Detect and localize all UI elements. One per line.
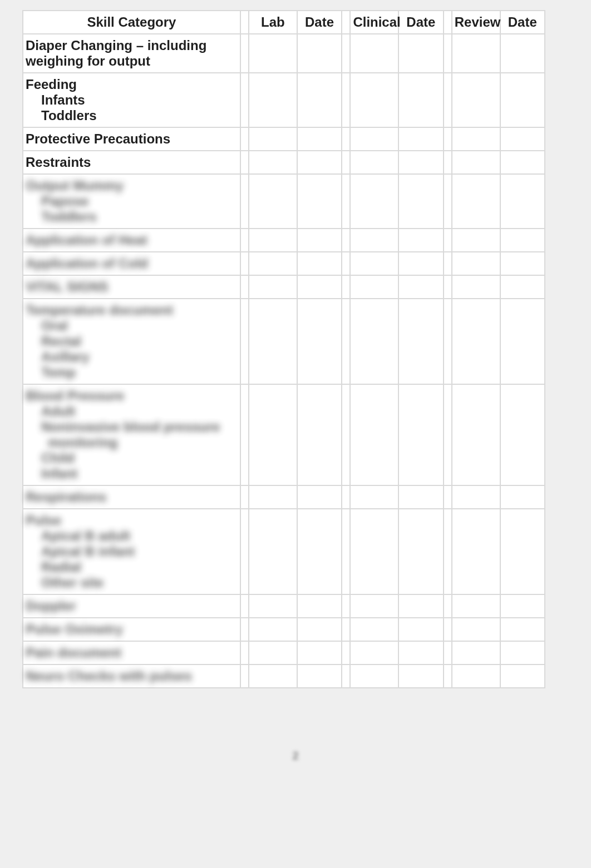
lab-cell [249, 618, 297, 641]
clinical-cell [350, 664, 398, 688]
date-cell [297, 594, 342, 618]
spacer [444, 174, 452, 229]
review-cell [452, 618, 500, 641]
clinical-cell [350, 127, 398, 151]
spacer [342, 641, 350, 664]
spacer [240, 151, 249, 174]
skill-line: Rectal [26, 334, 238, 349]
review-cell [452, 299, 500, 384]
review-cell [452, 384, 500, 485]
clinical-cell [350, 509, 398, 594]
clinical-cell [350, 275, 398, 299]
skill-cell-feeding: FeedingInfantsToddlers [23, 73, 240, 127]
spacer [240, 509, 249, 594]
date-cell [297, 174, 342, 229]
review-cell [452, 509, 500, 594]
skill-cell-application-of-cold: Application of Cold [23, 252, 240, 275]
skill-line: Oral [26, 318, 238, 334]
spacer [444, 34, 452, 73]
table-row: PulseApical B adultApical B infantRadial… [23, 509, 545, 594]
clinical-cell [350, 641, 398, 664]
skill-line: monitoring [26, 435, 238, 450]
page: Skill Category Lab Date Clinical Date Re… [0, 0, 591, 868]
date-cell [297, 275, 342, 299]
spacer [342, 252, 350, 275]
spacer [444, 384, 452, 485]
clinical-cell [350, 73, 398, 127]
skill-cell-vital-signs: VITAL SIGNS [23, 275, 240, 299]
skill-line: Infant [26, 466, 238, 482]
date-cell [500, 384, 545, 485]
date-cell [297, 664, 342, 688]
date-cell [297, 151, 342, 174]
skill-cell-diaper-changing: Diaper Changing – includingweighing for … [23, 34, 240, 73]
date-cell [398, 509, 443, 594]
spacer [342, 664, 350, 688]
skill-cell-respirations: Respirations [23, 485, 240, 509]
date-cell [297, 252, 342, 275]
header-review: Review [452, 11, 500, 34]
review-cell [452, 275, 500, 299]
lab-cell [249, 641, 297, 664]
date-cell [398, 594, 443, 618]
lab-cell [249, 485, 297, 509]
table-row: Blood PressureAdultNoninvasive blood pre… [23, 384, 545, 485]
date-cell [398, 73, 443, 127]
date-cell [398, 151, 443, 174]
skill-line: Temperature document [26, 302, 238, 318]
header-skill: Skill Category [23, 11, 240, 34]
spacer [444, 229, 452, 252]
review-cell [452, 485, 500, 509]
lab-cell [249, 151, 297, 174]
lab-cell [249, 127, 297, 151]
date-cell [297, 229, 342, 252]
spacer [444, 151, 452, 174]
skill-line: Pain document [26, 645, 238, 661]
skill-line: weighing for output [26, 53, 238, 69]
date-cell [500, 275, 545, 299]
skill-line: Doppler [26, 598, 238, 614]
skill-line: Toddlers [26, 209, 238, 225]
clinical-cell [350, 174, 398, 229]
skill-line: Adult [26, 404, 238, 419]
review-cell [452, 34, 500, 73]
spacer [240, 641, 249, 664]
date-cell [398, 641, 443, 664]
lab-cell [249, 275, 297, 299]
header-date-2: Date [398, 11, 443, 34]
lab-cell [249, 229, 297, 252]
spacer [444, 299, 452, 384]
spacer [240, 34, 249, 73]
skills-sheet: Skill Category Lab Date Clinical Date Re… [22, 10, 545, 688]
clinical-cell [350, 384, 398, 485]
spacer [342, 34, 350, 73]
clinical-cell [350, 618, 398, 641]
header-spacer [240, 11, 249, 34]
date-cell [297, 485, 342, 509]
date-cell [500, 618, 545, 641]
date-cell [500, 664, 545, 688]
date-cell [500, 299, 545, 384]
spacer [342, 229, 350, 252]
skill-line: Diaper Changing – including [26, 38, 238, 53]
date-cell [297, 299, 342, 384]
spacer [240, 384, 249, 485]
skill-cell-output-mummy: Output MummyPaposeToddlers [23, 174, 240, 229]
spacer [342, 509, 350, 594]
lab-cell [249, 594, 297, 618]
spacer [342, 151, 350, 174]
skill-line: VITAL SIGNS [26, 279, 238, 295]
spacer [444, 485, 452, 509]
date-cell [500, 73, 545, 127]
spacer [444, 618, 452, 641]
lab-cell [249, 664, 297, 688]
spacer [444, 252, 452, 275]
skill-cell-protective-precautions: Protective Precautions [23, 127, 240, 151]
spacer [240, 664, 249, 688]
skill-line: Protective Precautions [26, 131, 238, 147]
skill-cell-neuro-checks: Neuro Checks with pulses [23, 664, 240, 688]
table-row: VITAL SIGNS [23, 275, 545, 299]
skill-line: Respirations [26, 489, 238, 505]
spacer [342, 594, 350, 618]
skill-cell-blood-pressure: Blood PressureAdultNoninvasive blood pre… [23, 384, 240, 485]
